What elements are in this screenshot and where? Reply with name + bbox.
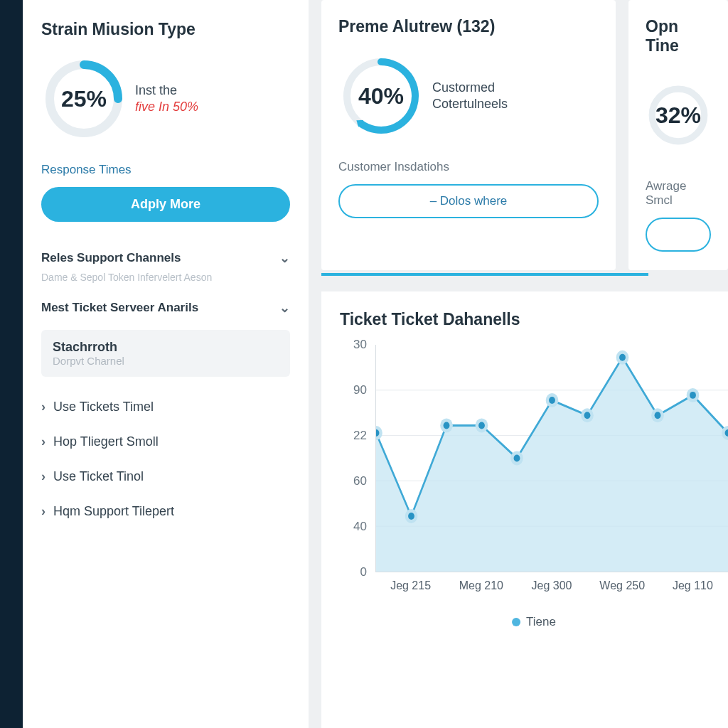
- legend-dot-icon: [512, 618, 520, 626]
- chart-legend: Tiene: [512, 615, 556, 629]
- dolos-where-button[interactable]: – Dolos where: [338, 184, 599, 218]
- card2-sub: Customer Insdatiohs: [338, 160, 599, 174]
- card3-button[interactable]: [646, 218, 711, 252]
- y-axis-labels: 30902260400: [340, 345, 371, 572]
- chart-plot: [375, 345, 728, 572]
- chart-wrap: 30902260400 Jeg 215Meg 210Jeg 300Weg 250…: [340, 345, 728, 615]
- selected-title: Stachrroth: [53, 340, 279, 355]
- card2-label-line2: Cotertulneels: [432, 97, 508, 111]
- left-panel: Strain Miusion Type 25% Inst the five In…: [23, 0, 309, 728]
- card1-label-line1: Inst the: [135, 83, 177, 97]
- card1-label: Inst the five In 50%: [135, 82, 198, 116]
- accordion1-sub: Dame & Sepol Token Infervelert Aeson: [41, 272, 290, 283]
- chevron-down-icon: ⌄: [279, 300, 290, 316]
- chart-title: Ticket Ticket Dahanells: [340, 310, 728, 329]
- active-tab-underline: [321, 273, 648, 276]
- chevron-down-icon: ⌄: [279, 250, 290, 266]
- legend-label: Tiene: [526, 615, 556, 629]
- x-axis-labels: Jeg 215Meg 210Jeg 300Weg 250Jeg 110: [375, 579, 728, 592]
- card2-gauge-row: 40% Custormed Cotertulneels: [338, 53, 599, 139]
- svg-point-23: [619, 354, 626, 361]
- list-item[interactable]: Hop Tliegert Smoll: [41, 424, 290, 459]
- svg-point-19: [549, 397, 555, 404]
- card2-title: Preme Alutrew (132): [338, 17, 599, 36]
- right-column: Preme Alutrew (132) 40% Custormed Cotert…: [309, 0, 728, 728]
- card2: Preme Alutrew (132) 40% Custormed Cotert…: [321, 0, 616, 270]
- card3-gauge: 32%: [646, 73, 711, 158]
- accordion1-title: Reles Support Channels: [41, 251, 181, 265]
- card2-pct: 40%: [358, 83, 404, 109]
- chart-section: Ticket Ticket Dahanells 30902260400 Jeg …: [321, 291, 728, 728]
- card3-title: Opn Tine: [646, 17, 711, 55]
- card3-gauge-row: 32%: [646, 73, 711, 158]
- card3-sub: Awrage Smcl: [646, 179, 711, 208]
- card3-pct: 32%: [655, 102, 701, 129]
- card1-gauge-row: 25% Inst the five In 50%: [41, 56, 290, 141]
- nav-sidebar: [0, 0, 23, 728]
- list-item[interactable]: Hqm Support Tilepert: [41, 494, 290, 529]
- svg-point-11: [408, 513, 414, 520]
- card1-title: Strain Miusion Type: [41, 20, 290, 39]
- card2-label: Custormed Cotertulneels: [432, 80, 508, 113]
- svg-point-13: [444, 422, 450, 429]
- card3: Opn Tine 32% Awrage Smcl: [628, 0, 728, 270]
- card1-pct: 25%: [61, 86, 107, 112]
- svg-point-27: [690, 392, 696, 399]
- svg-point-15: [478, 422, 485, 429]
- svg-point-17: [514, 455, 520, 462]
- accordion-support-channels[interactable]: Reles Support Channels ⌄: [41, 245, 290, 272]
- card2-label-line1: Custormed: [432, 80, 495, 95]
- card1-gauge: 25%: [41, 56, 127, 141]
- card1-sub: Response Times: [41, 163, 290, 177]
- svg-point-25: [655, 412, 661, 419]
- list-item[interactable]: Use Ticket Tinol: [41, 459, 290, 494]
- accordion2-title: Mest Ticket Serveer Anarils: [41, 301, 198, 315]
- svg-point-21: [584, 412, 591, 419]
- card1-label-line2: five In 50%: [135, 100, 198, 114]
- apply-more-button[interactable]: Adply More: [41, 187, 290, 222]
- list-item[interactable]: Use Tickets Timel: [41, 390, 290, 424]
- selected-sub: Dorpvt Charnel: [53, 355, 279, 367]
- accordion-ticket-server[interactable]: Mest Ticket Serveer Anarils ⌄: [41, 294, 290, 321]
- metric-cards-row: Preme Alutrew (132) 40% Custormed Cotert…: [321, 0, 728, 270]
- selected-channel-box[interactable]: Stachrroth Dorpvt Charnel: [41, 330, 290, 377]
- card2-gauge: 40%: [338, 53, 424, 139]
